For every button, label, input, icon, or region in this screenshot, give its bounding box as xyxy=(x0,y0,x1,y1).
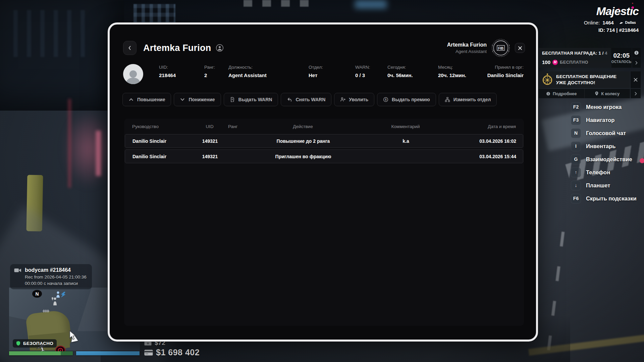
reward-info-button[interactable] xyxy=(632,48,641,58)
bg-blue-light xyxy=(355,0,387,9)
wheel-icon xyxy=(542,73,553,86)
page-title: Artemka Furion xyxy=(143,43,211,53)
details-button[interactable]: Подробнее xyxy=(539,89,584,98)
free-spin-panel: БЕСПЛАТНОЕ ВРАЩЕНИЕ УЖЕ ДОСТУПНО! Подроб… xyxy=(539,71,641,98)
health-bar xyxy=(9,351,73,355)
promote-icon xyxy=(128,97,134,102)
spin-close-button[interactable] xyxy=(631,71,641,88)
svg-text:$: $ xyxy=(385,98,387,101)
map-marks-icon xyxy=(42,308,50,314)
col-header-datetime: Дата и время xyxy=(472,124,516,129)
member-name: Artemka Furion xyxy=(447,42,487,48)
demote-icon xyxy=(180,97,185,102)
server-brand: Majestic Online: 1464 Dallas ID: 714 | #… xyxy=(584,5,639,33)
bird-icon xyxy=(619,21,624,24)
chevron-right-icon xyxy=(634,92,638,96)
keycap: ↑ xyxy=(571,168,581,177)
remove-warn-button[interactable]: Снять WARN xyxy=(281,93,331,106)
bg-windows-left xyxy=(13,10,87,57)
keycap: F6 xyxy=(571,194,581,203)
majestic-coin-icon: M xyxy=(552,60,558,65)
info-icon xyxy=(546,92,550,96)
table-header: Руководство UID Ранг Действие Комментари… xyxy=(124,119,524,134)
header-member-block: Artemka Furion Agent Assistant FIB xyxy=(447,39,525,57)
reward-expand-button[interactable] xyxy=(632,58,641,68)
history-table: Руководство UID Ранг Действие Комментари… xyxy=(124,119,524,326)
keybind-player-menu: F2 Меню игрока xyxy=(571,102,637,112)
reward-free-label: БЕСПЛАТНО xyxy=(560,60,588,65)
spin-message: БЕСПЛАТНОЕ ВРАЩЕНИЕ УЖЕ ДОСТУПНО! xyxy=(539,71,630,88)
member-info-row: UID: 218464 Ранг: 2 Должность: Agent Ass… xyxy=(123,64,524,85)
reward-amount-row: 100 M БЕСПЛАТНО xyxy=(542,59,607,65)
spin-main: БЕСПЛАТНОЕ ВРАЩЕНИЕ УЖЕ ДОСТУПНО! Подроб… xyxy=(539,71,630,98)
bonus-icon: $ xyxy=(383,97,388,102)
bodycam-overlay: bodycam #218464 Rec from 2026-04-05 21:0… xyxy=(10,264,92,289)
chevron-right-icon xyxy=(634,61,639,65)
member-panel: Artemka Furion Artemka Furion Agent Assi… xyxy=(108,22,538,342)
keycap: F3 xyxy=(571,115,581,125)
issue-warn-button[interactable]: Выдать WARN xyxy=(224,93,278,106)
info-field-today: Сегодня: 0ч. 56мин. xyxy=(387,65,413,78)
to-wheel-button[interactable]: К колесу xyxy=(584,89,630,98)
reward-progress-total: 4 xyxy=(605,51,607,56)
promote-button[interactable]: Повышение xyxy=(122,93,171,106)
table-row[interactable]: Danilio Sinclair 149321 Повышение до 2 р… xyxy=(125,134,523,148)
action-buttons: Повышение Понижение Выдать WARN xyxy=(122,93,525,106)
dismiss-icon xyxy=(340,97,345,102)
mouse-cursor xyxy=(69,330,77,342)
keycap: I xyxy=(571,141,581,151)
info-icon xyxy=(634,50,639,55)
department-icon xyxy=(445,97,450,102)
majestic-logo: Majestic xyxy=(596,5,639,18)
online-label: Online: xyxy=(584,20,600,25)
camera-icon xyxy=(14,268,21,273)
safezone-badge: БЕЗОПАСНО xyxy=(13,339,57,348)
safezone-label: БЕЗОПАСНО xyxy=(23,341,53,346)
bodycam-title: bodycam #218464 xyxy=(25,267,71,273)
remove-warn-icon xyxy=(287,97,292,102)
back-button[interactable] xyxy=(123,41,137,55)
info-field-uid: UID: 218464 xyxy=(159,65,176,78)
map-person-icon xyxy=(51,297,57,307)
col-header-leader: Руководство xyxy=(132,124,191,129)
keybind-interaction: G Взаимодействие xyxy=(571,154,637,164)
keybind-voice-chat: N Голосовой чат xyxy=(571,128,637,138)
info-field-position: Должность: Agent Assistant xyxy=(228,65,267,78)
logo-pink-dot xyxy=(632,6,634,9)
table-row[interactable]: Danilio Sinclair 149321 Приглашен во фра… xyxy=(125,149,523,163)
bonus-button[interactable]: $ Выдать премию xyxy=(377,93,436,106)
keybind-phone: ↑ Телефон xyxy=(571,167,637,177)
reward-timer-block: 02:05 ОСТАЛОСЬ xyxy=(611,48,632,68)
bg-crosswalk xyxy=(244,0,316,7)
header-member-names: Artemka Furion Agent Assistant xyxy=(447,42,487,54)
bg-yellow-curb xyxy=(528,334,644,356)
shield-icon xyxy=(16,341,20,346)
bg-pink-glow xyxy=(64,111,114,188)
bg-antenna-light xyxy=(632,3,633,4)
keybind-tablet: ↓ Планшет xyxy=(571,180,637,190)
info-field-warn: WARN: 0 / 3 xyxy=(355,65,370,78)
department-button[interactable]: Изменить отдел xyxy=(439,93,497,106)
free-reward-panel: БЕСПЛАТНАЯ НАГРАДА: 1 / 4 100 M БЕСПЛАТН… xyxy=(539,48,641,68)
spin-expand-button[interactable] xyxy=(631,89,641,98)
panel-header: Artemka Furion Artemka Furion Agent Assi… xyxy=(123,39,525,57)
bodycam-rec-line: Rec from 2026-04-05 21:00:36 xyxy=(25,275,87,280)
fib-emblem: FIB xyxy=(491,39,510,57)
reward-info: БЕСПЛАТНАЯ НАГРАДА: 1 / 4 100 M БЕСПЛАТН… xyxy=(539,48,611,68)
keybind-inventory: I Инвентарь xyxy=(571,141,637,151)
avatar xyxy=(123,64,143,84)
spin-text: БЕСПЛАТНОЕ ВРАЩЕНИЕ УЖЕ ДОСТУПНО! xyxy=(556,74,616,85)
armor-bar xyxy=(76,351,140,355)
dismiss-button[interactable]: Уволить xyxy=(334,93,374,106)
server-badge: Dallas xyxy=(616,19,639,25)
member-role: Agent Assistant xyxy=(447,49,487,54)
game-screen: Artemka Furion Artemka Furion Agent Assi… xyxy=(0,0,644,362)
bank-card-icon xyxy=(144,350,153,356)
demote-button[interactable]: Понижение xyxy=(174,93,221,106)
reward-timer: 02:05 xyxy=(613,52,630,59)
info-field-rank: Ранг: 2 xyxy=(204,65,215,78)
close-button[interactable] xyxy=(515,43,525,53)
keycap: F2 xyxy=(571,102,581,112)
col-header-uid: UID xyxy=(191,124,228,129)
notification-dot xyxy=(640,158,644,163)
